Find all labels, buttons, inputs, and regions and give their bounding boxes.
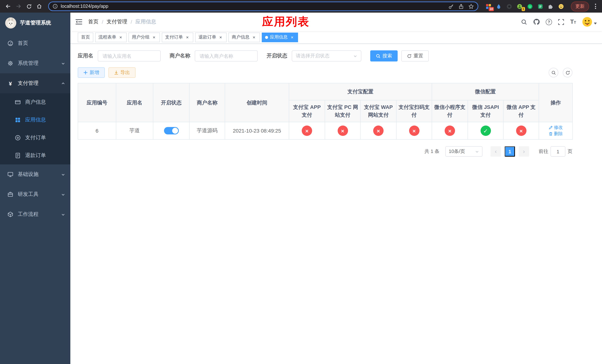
- add-button[interactable]: 新增: [78, 67, 105, 78]
- sidebar-item-workflow[interactable]: 工作流程: [0, 204, 70, 225]
- font-size-icon[interactable]: TT: [570, 19, 576, 25]
- column-header-alipay-wap: 支付宝 WAP 网站支付: [360, 100, 396, 122]
- sidebar-item-refund-order[interactable]: 退款订单: [0, 147, 70, 164]
- sidebar-item-infra[interactable]: 基础设施: [0, 164, 70, 184]
- urlbar-actions: [448, 3, 474, 9]
- tab-merchant-info[interactable]: 商户信息 ×: [228, 32, 260, 42]
- extension-wechat-icon[interactable]: [527, 3, 533, 10]
- next-page-button[interactable]: ›: [519, 146, 529, 157]
- search-icon[interactable]: [521, 19, 527, 25]
- help-icon[interactable]: ?: [546, 19, 552, 25]
- sidebar-item-dev-tools[interactable]: 研发工具: [0, 184, 70, 204]
- toolbar-right-tools: [549, 68, 572, 77]
- page-content: 应用名 商户名称 开启状态 请选择开启状态: [70, 44, 602, 364]
- cell-alipay-qr: ×: [396, 122, 432, 139]
- cell-alipay-app: ×: [289, 122, 325, 139]
- browser-forward-button[interactable]: [14, 2, 23, 11]
- export-button[interactable]: 导出: [108, 67, 136, 78]
- page-size-select[interactable]: 10条/页: [445, 146, 483, 157]
- sidebar-item-label: 基础设施: [18, 171, 39, 178]
- extension-dark-circle-icon[interactable]: [506, 3, 512, 10]
- goto-page-input[interactable]: [550, 146, 565, 157]
- filter-label: 应用名: [78, 53, 93, 59]
- extension-avatar-icon[interactable]: 1: [516, 3, 523, 10]
- extensions-puzzle-icon[interactable]: [547, 3, 554, 10]
- sidebar: 芋道管理系统 首页 系统管理 ¥ 支付管理: [0, 13, 70, 364]
- status-select[interactable]: 请选择开启状态: [292, 50, 361, 62]
- extension-colorful-grid-icon[interactable]: 10: [485, 3, 492, 10]
- close-icon[interactable]: ×: [251, 35, 257, 40]
- extension-drop-icon[interactable]: [495, 3, 502, 10]
- sidebar-item-label: 支付管理: [18, 80, 39, 87]
- password-key-icon[interactable]: [448, 3, 454, 9]
- browser-home-button[interactable]: [35, 2, 44, 11]
- pagination: 共 1 条 10条/页 ‹ 1 › 前往 页: [78, 146, 572, 157]
- trash-icon: [549, 132, 553, 136]
- sidebar-item-merchant-info[interactable]: 商户信息: [0, 93, 70, 111]
- tab-user-group[interactable]: 用户分组 ×: [129, 32, 160, 42]
- breadcrumb-payment[interactable]: 支付管理: [107, 19, 127, 25]
- extension-badge: 1: [521, 7, 525, 11]
- search-button[interactable]: 搜索: [370, 50, 398, 62]
- column-header-alipay-app: 支付宝 APP 支付: [289, 100, 325, 122]
- filter-app-name: 应用名: [78, 50, 161, 62]
- tab-label: 退款订单: [198, 34, 216, 40]
- close-icon[interactable]: ×: [118, 35, 123, 40]
- sidebar-item-app-info[interactable]: 应用信息: [0, 111, 70, 129]
- close-icon[interactable]: ×: [185, 35, 190, 40]
- sidebar-item-home[interactable]: 首页: [0, 33, 70, 53]
- browser-extensions: 10 1: [483, 3, 567, 10]
- refresh-table-button[interactable]: [563, 68, 572, 77]
- close-icon[interactable]: ×: [290, 35, 295, 40]
- browser-back-button[interactable]: [4, 2, 13, 11]
- cell-actions: 修改 删除: [539, 122, 573, 139]
- user-avatar[interactable]: [582, 17, 597, 27]
- browser-update-button[interactable]: 更新: [571, 1, 589, 11]
- page-number-1[interactable]: 1: [505, 146, 515, 157]
- reset-button[interactable]: 重置: [401, 50, 429, 62]
- tab-pay-order[interactable]: 支付订单 ×: [162, 32, 193, 42]
- refresh-icon: [407, 54, 412, 58]
- url-bar[interactable]: localhost:1024/pay/app: [48, 1, 478, 11]
- button-label: 新增: [90, 69, 99, 76]
- home-icon: [36, 3, 42, 9]
- extension-notes-icon[interactable]: [537, 3, 544, 10]
- extension-emoji-icon[interactable]: [558, 3, 564, 10]
- app-name-input[interactable]: [98, 50, 161, 62]
- tab-process-form[interactable]: 流程表单 ×: [95, 32, 127, 42]
- status-cross-icon: ×: [409, 126, 419, 136]
- tab-refund-order[interactable]: 退款订单 ×: [195, 32, 226, 42]
- column-group-wechat: 微信配置: [432, 83, 539, 100]
- sidebar-item-label: 首页: [18, 40, 28, 47]
- prev-page-button[interactable]: ‹: [491, 146, 501, 157]
- edit-link[interactable]: 修改: [549, 124, 563, 131]
- sidebar-item-label: 支付订单: [25, 134, 46, 141]
- browser-menu-button[interactable]: [593, 4, 598, 9]
- sidebar-item-system[interactable]: 系统管理: [0, 53, 70, 73]
- tab-app-info[interactable]: 应用信息 ×: [262, 32, 298, 42]
- github-icon[interactable]: [533, 19, 540, 25]
- tab-home[interactable]: 首页: [78, 32, 93, 42]
- browser-refresh-button[interactable]: [24, 2, 33, 11]
- url-text[interactable]: localhost:1024/pay/app: [61, 4, 445, 9]
- screen: localhost:1024/pay/app 10: [0, 0, 602, 364]
- share-icon[interactable]: [458, 3, 464, 9]
- bookmark-star-icon[interactable]: [468, 3, 474, 9]
- status-toggle[interactable]: [164, 127, 179, 134]
- breadcrumb-home[interactable]: 首页: [88, 19, 98, 25]
- navbar: 首页 / 支付管理 / 应用信息 应用列表 ?: [70, 13, 602, 31]
- fullscreen-icon[interactable]: [558, 19, 564, 25]
- table-row: 6 芋道 芋道源码 2021-10-23 08:49:25 × × × × ×: [78, 122, 573, 139]
- sidebar-toggle-button[interactable]: [75, 19, 82, 25]
- toggle-search-button[interactable]: [549, 68, 558, 77]
- delete-link[interactable]: 删除: [549, 131, 563, 137]
- site-info-icon[interactable]: [53, 4, 58, 9]
- sidebar-item-pay-order[interactable]: 支付订单: [0, 129, 70, 147]
- close-icon[interactable]: ×: [151, 35, 157, 40]
- merchant-name-input[interactable]: [195, 50, 258, 62]
- close-icon[interactable]: ×: [218, 35, 223, 40]
- tags-view-bar: 首页 流程表单 × 用户分组 × 支付订单 × 退款订单 ×: [70, 31, 602, 44]
- select-placeholder: 请选择开启状态: [296, 53, 330, 59]
- sidebar-item-payment[interactable]: ¥ 支付管理: [0, 73, 70, 93]
- column-header-actions: 操作: [539, 83, 573, 122]
